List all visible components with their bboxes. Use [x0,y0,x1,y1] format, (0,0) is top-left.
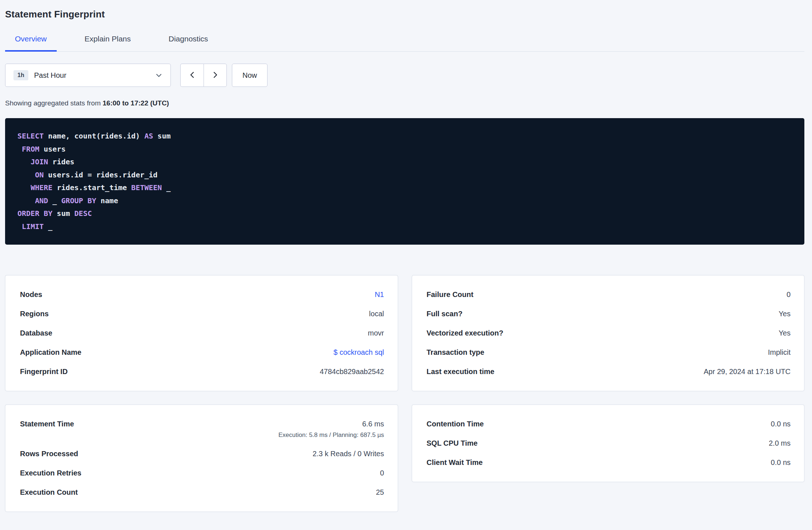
chevron-left-icon [188,71,196,80]
page-title: Statement Fingerprint [5,9,804,20]
sql-keyword: JOIN [31,157,48,166]
summary-row: Vectorized execution?Yes [427,324,791,343]
wait-time-card: Contention Time0.0 nsSQL CPU Time2.0 msC… [412,405,805,482]
sql-text: sum [52,209,74,218]
row-label: Failure Count [427,290,474,299]
summary-row: Failure Count0 [427,285,791,304]
row-subvalue: Execution: 5.8 ms / Planning: 687.5 µs [278,431,384,439]
sql-line: JOIN rides [17,156,792,169]
tab-explain-plans[interactable]: Explain Plans [75,35,141,51]
row-label: Database [20,329,52,337]
row-value: Yes [779,310,791,318]
summary-row: Execution Retries0 [20,463,384,483]
sql-keyword: SELECT [17,132,44,140]
sql-text [17,145,22,153]
row-value: Yes [779,329,791,337]
row-value-wrap: N1 [375,290,384,299]
sql-text: name [96,196,118,205]
row-label: Rows Processed [20,450,78,458]
summary-row: Client Wait Time0.0 ns [427,453,791,472]
statement-time-card: Statement Time6.6 msExecution: 5.8 ms / … [5,405,398,512]
row-value: movr [368,329,384,337]
row-value: 0 [380,469,384,477]
statement-fingerprint-page: Statement Fingerprint OverviewExplain Pl… [0,0,812,512]
row-value-link[interactable]: $ cockroach sql [334,348,384,357]
row-label: Application Name [20,348,81,357]
sql-text: users [39,145,65,153]
sql-text: sum [153,132,170,140]
chevron-down-icon [155,72,162,79]
row-value-wrap: Apr 29, 2024 at 17:18 UTC [704,368,791,376]
time-interval-dropdown[interactable]: 1h Past Hour [5,64,171,87]
chevron-right-icon [211,71,219,80]
sql-line: FROM users [17,143,792,156]
sql-text [17,183,31,192]
sql-text [17,170,35,179]
prev-time-range-button[interactable] [180,64,204,87]
row-value: 0.0 ns [771,420,791,428]
sql-code-block: SELECT name, count(rides.id) AS sum FROM… [5,118,804,245]
sql-text: name, count(rides.id) [44,132,144,140]
row-value-wrap: 0 [787,290,791,299]
row-value-wrap: $ cockroach sql [334,348,384,357]
row-label: Last execution time [427,368,495,376]
sql-text: rides.start_time [52,183,131,192]
aggregated-stats-text: Showing aggregated stats from 16:00 to 1… [5,99,804,107]
row-label: Fingerprint ID [20,368,68,376]
summary-cards-bottom: Statement Time6.6 msExecution: 5.8 ms / … [5,405,804,512]
sql-text: rides [48,157,74,166]
row-label: Vectorized execution? [427,329,503,337]
summary-row: Execution Count25 [20,483,384,502]
row-value: 2.3 k Reads / 0 Writes [313,450,384,458]
sql-keyword: FROM [22,145,39,153]
row-value: Apr 29, 2024 at 17:18 UTC [704,368,791,376]
tab-bar: OverviewExplain PlansDiagnostics [5,35,804,52]
row-value-wrap: 0.0 ns [771,420,791,428]
aggregated-stats-range: 16:00 to 17:22 (UTC) [102,99,169,107]
sql-line: AND _ GROUP BY name [17,194,792,208]
sql-keyword: AND [35,196,48,205]
tab-overview[interactable]: Overview [5,35,57,51]
row-value-wrap: 4784cb829aab2542 [320,368,384,376]
sql-line: WHERE rides.start_time BETWEEN _ [17,181,792,194]
row-label: Nodes [20,290,42,299]
row-value-wrap: 0.0 ns [771,458,791,467]
row-value: 4784cb829aab2542 [320,368,384,376]
interval-label: Past Hour [34,71,67,80]
summary-row: Fingerprint ID4784cb829aab2542 [20,362,384,381]
row-value-wrap: 2.3 k Reads / 0 Writes [313,450,384,458]
summary-row: Regionslocal [20,304,384,324]
sql-keyword: AS [144,132,153,140]
row-value-wrap: 2.0 ms [769,439,791,447]
row-value-link[interactable]: N1 [375,290,384,299]
now-button[interactable]: Now [232,64,268,87]
row-value: local [369,310,384,318]
sql-text [17,157,31,166]
row-value: Implicit [768,348,791,357]
time-toolbar: 1h Past Hour Now [5,64,804,87]
summary-row: Contention Time0.0 ns [427,414,791,434]
time-range-arrows [180,64,227,87]
row-value-wrap: movr [368,329,384,337]
row-label: Statement Time [20,420,74,428]
sql-text [17,222,22,231]
summary-cards-top: NodesN1RegionslocalDatabasemovrApplicati… [5,275,804,391]
sql-keyword: BETWEEN [131,183,162,192]
sql-text: users.id = rides.rider_id [44,170,157,179]
tab-diagnostics[interactable]: Diagnostics [159,35,218,51]
sql-text: _ [162,183,170,192]
row-value-wrap: 25 [376,488,384,497]
row-value-wrap: Implicit [768,348,791,357]
row-label: SQL CPU Time [427,439,478,447]
statement-details-card: NodesN1RegionslocalDatabasemovrApplicati… [5,275,398,391]
row-value: 25 [376,488,384,497]
sql-keyword: ON [35,170,44,179]
row-value-wrap: local [369,310,384,318]
row-label: Regions [20,310,49,318]
next-time-range-button[interactable] [204,64,227,87]
row-label: Execution Retries [20,469,81,477]
row-value-wrap: 0 [380,469,384,477]
interval-badge: 1h [13,70,28,80]
sql-line: ON users.id = rides.rider_id [17,169,792,182]
summary-row: Rows Processed2.3 k Reads / 0 Writes [20,444,384,463]
